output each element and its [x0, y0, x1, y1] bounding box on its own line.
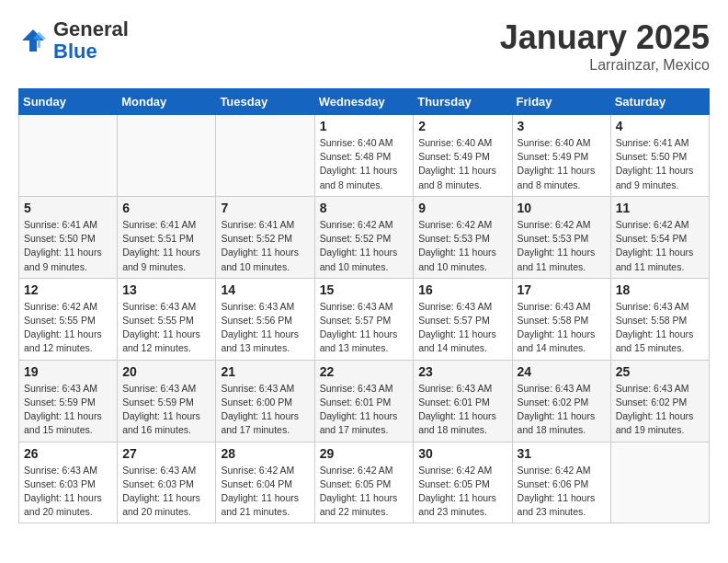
day-number: 6 — [122, 201, 210, 215]
day-number: 16 — [418, 282, 506, 297]
calendar-week-row: 19Sunrise: 6:43 AMSunset: 5:59 PMDayligh… — [19, 360, 710, 442]
day-info: Sunrise: 6:41 AMSunset: 5:51 PMDaylight:… — [122, 218, 210, 274]
calendar-cell: 20Sunrise: 6:43 AMSunset: 5:59 PMDayligh… — [118, 360, 216, 442]
day-info: Sunrise: 6:43 AMSunset: 6:01 PMDaylight:… — [418, 382, 506, 438]
day-number: 8 — [320, 201, 409, 215]
calendar-cell: 7Sunrise: 6:41 AMSunset: 5:52 PMDaylight… — [216, 196, 314, 278]
day-number: 4 — [616, 119, 704, 133]
day-info: Sunrise: 6:43 AMSunset: 5:58 PMDaylight:… — [616, 300, 704, 356]
calendar-cell: 12Sunrise: 6:42 AMSunset: 5:55 PMDayligh… — [19, 278, 118, 360]
day-info: Sunrise: 6:43 AMSunset: 6:02 PMDaylight:… — [616, 382, 704, 438]
weekday-header-tuesday: Tuesday — [216, 89, 314, 115]
calendar-week-row: 26Sunrise: 6:43 AMSunset: 6:03 PMDayligh… — [19, 442, 710, 523]
day-number: 1 — [320, 119, 409, 133]
day-info: Sunrise: 6:41 AMSunset: 5:50 PMDaylight:… — [24, 218, 112, 274]
day-info: Sunrise: 6:40 AMSunset: 5:49 PMDaylight:… — [418, 136, 506, 192]
day-info: Sunrise: 6:43 AMSunset: 5:57 PMDaylight:… — [418, 300, 506, 356]
calendar-cell: 9Sunrise: 6:42 AMSunset: 5:53 PMDaylight… — [414, 196, 512, 278]
calendar-cell: 1Sunrise: 6:40 AMSunset: 5:48 PMDaylight… — [314, 115, 414, 197]
weekday-header-sunday: Sunday — [19, 89, 118, 115]
calendar-cell: 18Sunrise: 6:43 AMSunset: 5:58 PMDayligh… — [610, 278, 709, 360]
day-info: Sunrise: 6:41 AMSunset: 5:52 PMDaylight:… — [221, 218, 309, 274]
day-info: Sunrise: 6:42 AMSunset: 5:52 PMDaylight:… — [320, 218, 409, 274]
calendar-cell: 26Sunrise: 6:43 AMSunset: 6:03 PMDayligh… — [19, 442, 118, 523]
calendar-cell — [19, 115, 118, 197]
logo-general: General — [53, 17, 129, 40]
day-info: Sunrise: 6:43 AMSunset: 5:56 PMDaylight:… — [221, 300, 309, 356]
day-info: Sunrise: 6:43 AMSunset: 5:59 PMDaylight:… — [24, 382, 112, 438]
logo-icon — [18, 26, 48, 55]
day-number: 25 — [616, 364, 704, 379]
day-info: Sunrise: 6:42 AMSunset: 5:54 PMDaylight:… — [616, 218, 704, 274]
day-info: Sunrise: 6:41 AMSunset: 5:50 PMDaylight:… — [616, 136, 704, 192]
calendar-cell: 16Sunrise: 6:43 AMSunset: 5:57 PMDayligh… — [414, 278, 512, 360]
day-number: 18 — [616, 282, 704, 297]
day-number: 31 — [518, 446, 606, 461]
day-number: 14 — [221, 282, 309, 297]
logo-blue: Blue — [53, 40, 97, 63]
logo-text: General Blue — [53, 18, 129, 63]
day-info: Sunrise: 6:43 AMSunset: 6:00 PMDaylight:… — [221, 382, 309, 438]
calendar-week-row: 12Sunrise: 6:42 AMSunset: 5:55 PMDayligh… — [19, 278, 710, 360]
day-number: 15 — [320, 282, 409, 297]
calendar-cell: 24Sunrise: 6:43 AMSunset: 6:02 PMDayligh… — [512, 360, 610, 442]
month-title: January 2025 — [500, 18, 710, 57]
day-number: 10 — [518, 201, 606, 215]
calendar-table: SundayMondayTuesdayWednesdayThursdayFrid… — [18, 88, 710, 523]
calendar-cell: 8Sunrise: 6:42 AMSunset: 5:52 PMDaylight… — [314, 196, 414, 278]
calendar-week-row: 1Sunrise: 6:40 AMSunset: 5:48 PMDaylight… — [19, 115, 710, 197]
day-info: Sunrise: 6:43 AMSunset: 5:57 PMDaylight:… — [320, 300, 409, 356]
day-number: 7 — [221, 201, 309, 215]
day-number: 26 — [24, 446, 112, 461]
day-number: 22 — [320, 364, 409, 379]
day-info: Sunrise: 6:43 AMSunset: 6:03 PMDaylight:… — [24, 464, 112, 520]
day-number: 28 — [221, 446, 309, 461]
weekday-header-thursday: Thursday — [414, 89, 512, 115]
location-subtitle: Larrainzar, Mexico — [500, 57, 710, 74]
calendar-cell: 31Sunrise: 6:42 AMSunset: 6:06 PMDayligh… — [512, 442, 610, 523]
day-info: Sunrise: 6:42 AMSunset: 5:53 PMDaylight:… — [518, 218, 606, 274]
calendar-week-row: 5Sunrise: 6:41 AMSunset: 5:50 PMDaylight… — [19, 196, 710, 278]
weekday-header-friday: Friday — [512, 89, 610, 115]
calendar-cell — [118, 115, 216, 197]
day-number: 3 — [518, 119, 606, 133]
calendar-cell: 23Sunrise: 6:43 AMSunset: 6:01 PMDayligh… — [414, 360, 512, 442]
calendar-cell: 2Sunrise: 6:40 AMSunset: 5:49 PMDaylight… — [414, 115, 512, 197]
page-header: General Blue January 2025 Larrainzar, Me… — [18, 18, 710, 74]
calendar-cell: 19Sunrise: 6:43 AMSunset: 5:59 PMDayligh… — [19, 360, 118, 442]
calendar-header-row: SundayMondayTuesdayWednesdayThursdayFrid… — [19, 89, 710, 115]
calendar-cell: 13Sunrise: 6:43 AMSunset: 5:55 PMDayligh… — [118, 278, 216, 360]
calendar-cell: 3Sunrise: 6:40 AMSunset: 5:49 PMDaylight… — [512, 115, 610, 197]
calendar-cell: 22Sunrise: 6:43 AMSunset: 6:01 PMDayligh… — [314, 360, 414, 442]
calendar-cell: 15Sunrise: 6:43 AMSunset: 5:57 PMDayligh… — [314, 278, 414, 360]
calendar-cell: 25Sunrise: 6:43 AMSunset: 6:02 PMDayligh… — [610, 360, 709, 442]
day-number: 27 — [122, 446, 210, 461]
day-number: 29 — [320, 446, 409, 461]
day-info: Sunrise: 6:43 AMSunset: 5:58 PMDaylight:… — [518, 300, 606, 356]
day-number: 13 — [122, 282, 210, 297]
weekday-header-saturday: Saturday — [610, 89, 709, 115]
day-info: Sunrise: 6:43 AMSunset: 6:02 PMDaylight:… — [518, 382, 606, 438]
calendar-cell: 5Sunrise: 6:41 AMSunset: 5:50 PMDaylight… — [19, 196, 118, 278]
calendar-cell: 10Sunrise: 6:42 AMSunset: 5:53 PMDayligh… — [512, 196, 610, 278]
day-number: 23 — [418, 364, 506, 379]
day-number: 2 — [418, 119, 506, 133]
weekday-header-monday: Monday — [118, 89, 216, 115]
calendar-cell — [216, 115, 314, 197]
day-number: 11 — [616, 201, 704, 215]
day-number: 12 — [24, 282, 112, 297]
day-info: Sunrise: 6:43 AMSunset: 5:59 PMDaylight:… — [122, 382, 210, 438]
calendar-cell: 29Sunrise: 6:42 AMSunset: 6:05 PMDayligh… — [314, 442, 414, 523]
calendar-cell: 6Sunrise: 6:41 AMSunset: 5:51 PMDaylight… — [118, 196, 216, 278]
logo: General Blue — [18, 18, 129, 63]
day-info: Sunrise: 6:42 AMSunset: 5:53 PMDaylight:… — [418, 218, 506, 274]
day-info: Sunrise: 6:42 AMSunset: 6:05 PMDaylight:… — [320, 464, 409, 520]
day-number: 20 — [122, 364, 210, 379]
day-info: Sunrise: 6:43 AMSunset: 6:01 PMDaylight:… — [320, 382, 409, 438]
day-number: 30 — [418, 446, 506, 461]
calendar-cell — [610, 442, 709, 523]
day-info: Sunrise: 6:43 AMSunset: 6:03 PMDaylight:… — [122, 464, 210, 520]
day-info: Sunrise: 6:43 AMSunset: 5:55 PMDaylight:… — [122, 300, 210, 356]
svg-marker-0 — [22, 29, 44, 52]
calendar-cell: 14Sunrise: 6:43 AMSunset: 5:56 PMDayligh… — [216, 278, 314, 360]
